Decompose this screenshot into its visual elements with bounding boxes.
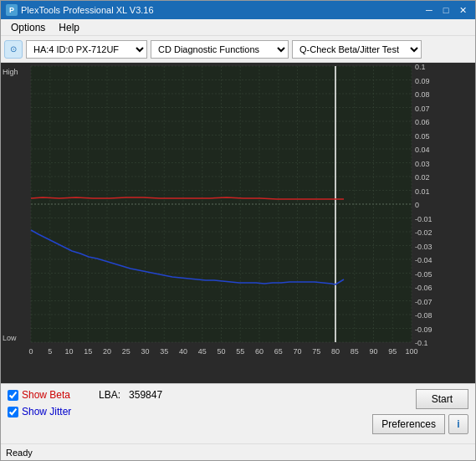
svg-text:75: 75 [312,347,320,356]
svg-text:70: 70 [293,347,301,356]
svg-text:15: 15 [84,347,92,356]
menu-options[interactable]: Options [4,20,52,35]
toolbar: ⊙ HA:4 ID:0 PX-712UF CD Diagnostic Funct… [1,36,475,63]
svg-text:35: 35 [160,347,168,356]
svg-text:0: 0 [28,347,33,356]
low-label: Low [3,334,17,342]
app-icon: P [6,4,18,16]
high-label: High [3,68,18,76]
svg-text:0.04: 0.04 [415,146,430,154]
info-button[interactable]: i [448,414,468,434]
svg-text:60: 60 [255,347,264,356]
svg-text:10: 10 [64,347,73,356]
svg-text:-0.1: -0.1 [415,339,428,347]
preferences-button[interactable]: Preferences [372,414,445,434]
menu-bar: Options Help [1,19,475,36]
svg-text:0.06: 0.06 [415,118,430,126]
footer-right: Start Preferences i [372,389,468,434]
title-bar-left: P PlexTools Professional XL V3.16 [6,4,154,16]
svg-text:0.01: 0.01 [415,187,430,196]
function-select[interactable]: CD Diagnostic Functions [151,40,289,59]
show-beta-label[interactable]: Show Beta [22,389,70,401]
svg-text:0.05: 0.05 [415,132,430,141]
svg-text:20: 20 [103,347,111,356]
close-button[interactable]: ✕ [455,3,470,17]
status-text: Ready [6,448,33,458]
show-beta-row: Show Beta LBA: 359847 [8,389,162,401]
svg-text:-0.03: -0.03 [415,243,432,251]
footer-left: Show Beta LBA: 359847 Show Jitter [8,389,162,417]
svg-text:85: 85 [351,347,359,356]
main-window: P PlexTools Professional XL V3.16 ─ □ ✕ … [0,0,476,461]
window-title: PlexTools Professional XL V3.16 [21,5,154,15]
footer-area: Show Beta LBA: 359847 Show Jitter Start … [1,383,475,443]
svg-text:-0.02: -0.02 [415,228,432,237]
svg-text:55: 55 [236,347,244,356]
svg-text:100: 100 [405,347,417,356]
title-bar-controls: ─ □ ✕ [422,3,470,17]
lba-label: LBA: [99,389,120,401]
show-jitter-row: Show Jitter [8,406,162,417]
svg-text:-0.05: -0.05 [415,270,432,279]
drive-select[interactable]: HA:4 ID:0 PX-712UF [26,40,147,59]
drive-icon: ⊙ [4,40,23,59]
minimize-button[interactable]: ─ [422,3,437,17]
title-bar: P PlexTools Professional XL V3.16 ─ □ ✕ [1,1,475,19]
svg-text:-0.01: -0.01 [415,215,432,223]
svg-text:0.1: 0.1 [415,63,426,71]
status-bar: Ready [1,443,475,460]
svg-text:95: 95 [388,347,397,356]
show-jitter-label[interactable]: Show Jitter [22,406,71,417]
chart-container: 0.1 0.09 0.08 0.07 0.06 0.05 0.04 0.03 0… [1,63,475,383]
svg-text:50: 50 [217,347,225,356]
show-beta-checkbox[interactable] [8,390,18,401]
svg-text:-0.06: -0.06 [415,284,432,292]
svg-text:0.09: 0.09 [415,77,430,85]
lba-value: 359847 [129,389,162,401]
svg-text:0.08: 0.08 [415,90,430,99]
show-jitter-checkbox[interactable] [8,407,18,417]
test-select[interactable]: Q-Check Beta/Jitter Test [292,40,422,59]
svg-text:0.03: 0.03 [415,160,430,168]
svg-text:90: 90 [369,347,377,356]
svg-text:-0.07: -0.07 [415,298,432,306]
svg-text:30: 30 [141,347,149,356]
svg-text:80: 80 [331,347,340,356]
svg-text:0.07: 0.07 [415,105,430,113]
svg-text:65: 65 [274,347,283,356]
svg-text:40: 40 [179,347,187,356]
footer-buttons: Preferences i [372,414,468,434]
maximize-button[interactable]: □ [438,3,453,17]
svg-text:-0.09: -0.09 [415,325,432,334]
start-button[interactable]: Start [416,389,468,409]
svg-text:25: 25 [122,347,131,356]
svg-text:45: 45 [198,347,207,356]
svg-text:0: 0 [415,201,419,209]
chart-svg: 0.1 0.09 0.08 0.07 0.06 0.05 0.04 0.03 0… [1,63,475,383]
svg-text:-0.08: -0.08 [415,311,432,320]
menu-help[interactable]: Help [52,20,86,35]
svg-text:0.02: 0.02 [415,173,430,182]
svg-text:-0.04: -0.04 [415,256,432,264]
svg-text:5: 5 [48,347,52,356]
